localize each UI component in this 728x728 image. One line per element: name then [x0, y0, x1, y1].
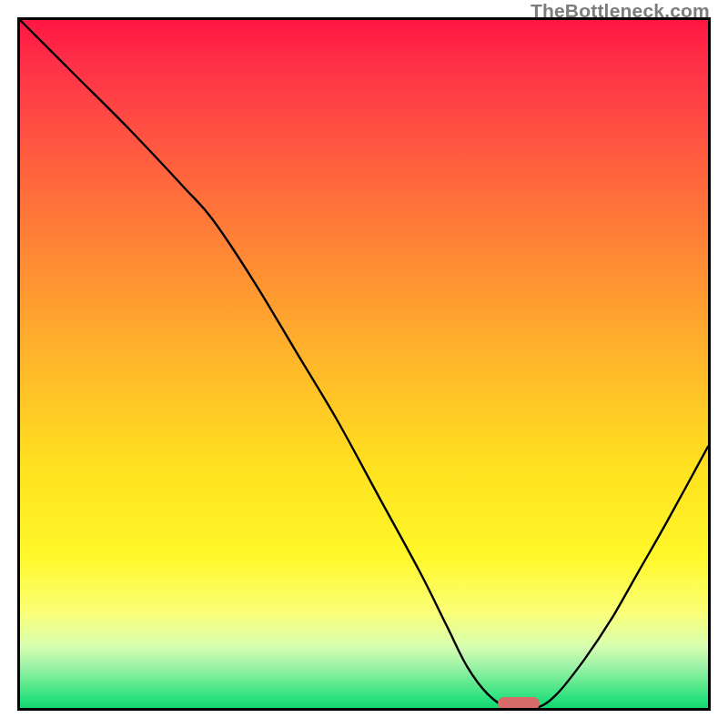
valley-marker: [498, 697, 540, 710]
chart-container: TheBottleneck.com: [0, 0, 728, 728]
bottleneck-curve: [20, 20, 708, 708]
plot-area: [17, 17, 711, 711]
